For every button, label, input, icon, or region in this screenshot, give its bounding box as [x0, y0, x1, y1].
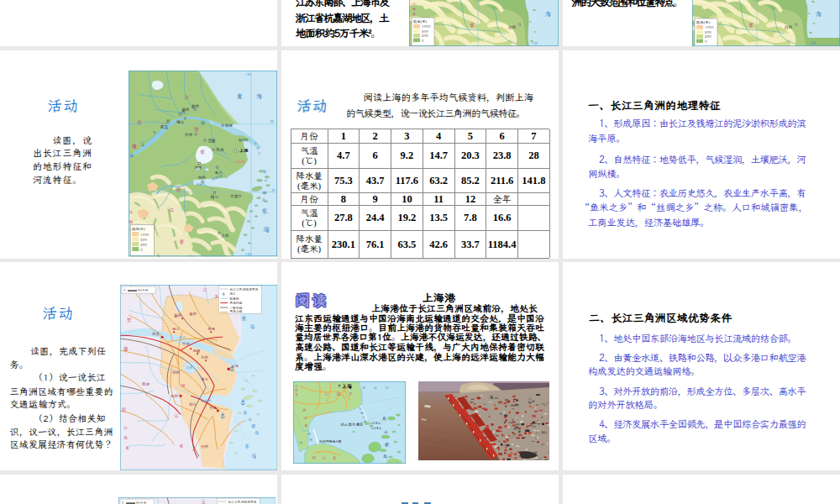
- svg-text:50千米: 50千米: [136, 501, 147, 504]
- svg-text:无锡: 无锡: [207, 138, 216, 144]
- svg-text:42.6: 42.6: [429, 239, 448, 250]
- svg-text:省: 省: [470, 22, 475, 29]
- svg-text:24.4: 24.4: [366, 212, 386, 223]
- svg-text:浙: 浙: [176, 186, 181, 193]
- svg-text:西: 西: [123, 435, 128, 440]
- svg-text:南通: 南通: [207, 326, 215, 331]
- svg-text:江: 江: [123, 425, 128, 430]
- svg-text:镇江: 镇江: [172, 326, 180, 331]
- svg-text:扬州: 扬州: [181, 107, 190, 113]
- svg-text:东: 东: [244, 443, 249, 449]
- svg-text:10: 10: [402, 193, 412, 205]
- svg-text:500: 500: [140, 238, 147, 242]
- svg-text:陆高(米): 陆高(米): [132, 227, 145, 231]
- svg-text:全年: 全年: [493, 193, 512, 205]
- svg-text:20.3: 20.3: [461, 150, 480, 161]
- svg-text:4: 4: [436, 130, 442, 142]
- svg-text:常州: 常州: [182, 341, 190, 346]
- svg-text:浙: 浙: [302, 407, 307, 412]
- svg-text:杭: 杭: [307, 432, 311, 436]
- svg-text:苏州: 苏州: [201, 354, 208, 360]
- svg-text:群: 群: [385, 442, 389, 447]
- svg-text:杭州: 杭州: [198, 175, 207, 180]
- svg-text:长 江 口: 长 江 口: [362, 385, 392, 390]
- svg-text:江: 江: [303, 415, 307, 420]
- svg-text:122: 122: [245, 72, 252, 76]
- svg-text:8: 8: [341, 193, 346, 205]
- svg-text:江: 江: [256, 146, 260, 150]
- svg-text:19.2: 19.2: [397, 212, 416, 223]
- svg-text:32: 32: [270, 119, 274, 123]
- svg-text:江: 江: [174, 412, 179, 419]
- svg-text:省: 省: [748, 22, 753, 29]
- svg-text:岛: 岛: [255, 430, 259, 436]
- svg-text:杭州湾跨海大桥: 杭州湾跨海大桥: [319, 439, 342, 444]
- svg-text:海: 海: [251, 453, 256, 459]
- svg-text:岛: 岛: [383, 454, 387, 459]
- svg-text:舟: 舟: [243, 410, 247, 415]
- svg-text:上 海 市: 上 海 市: [324, 391, 356, 396]
- svg-text:钱塘江: 钱塘江: [196, 182, 206, 186]
- svg-text:崇明岛: 崇明岛: [239, 138, 249, 142]
- svg-text:省: 省: [304, 423, 308, 428]
- svg-text:长江: 长江: [179, 335, 186, 339]
- svg-text:陆高(米): 陆高(米): [413, 18, 428, 23]
- svg-text:台州: 台州: [785, 24, 793, 29]
- svg-text:(毫米): (毫米): [297, 180, 321, 192]
- svg-text:台州: 台州: [508, 24, 517, 29]
- svg-text:杭州: 杭州: [171, 393, 178, 398]
- svg-text:山: 山: [384, 429, 388, 434]
- svg-text:6: 6: [500, 130, 505, 142]
- svg-text:河: 河: [177, 112, 181, 117]
- svg-text:11: 11: [433, 193, 444, 205]
- svg-text:75.3: 75.3: [334, 175, 353, 186]
- svg-text:30: 30: [271, 188, 276, 192]
- svg-text:省: 省: [412, 12, 416, 16]
- svg-text:江: 江: [202, 286, 207, 293]
- svg-text:117.6: 117.6: [396, 175, 418, 186]
- svg-text:黄: 黄: [237, 92, 243, 100]
- svg-text:芜湖: 芜湖: [142, 381, 150, 386]
- svg-text:高速公路: 高速公路: [229, 309, 242, 313]
- svg-text:海: 海: [249, 323, 255, 330]
- svg-text:台州: 台州: [201, 444, 208, 449]
- svg-text:9.2: 9.2: [401, 150, 414, 161]
- svg-text:湖州: 湖州: [172, 370, 180, 375]
- svg-text:段: 段: [201, 120, 205, 125]
- svg-text:高速铁路: 高速铁路: [229, 301, 242, 305]
- svg-text:安: 安: [127, 317, 132, 323]
- svg-text:扬州: 扬州: [174, 312, 181, 318]
- svg-text:游: 游: [165, 118, 170, 124]
- svg-text:江: 江: [184, 94, 189, 101]
- svg-text:长江三角洲区域界线: 长江三角洲区域界线: [228, 500, 256, 504]
- svg-text:o小洋山: o小洋山: [370, 421, 381, 425]
- svg-text:2: 2: [373, 130, 378, 142]
- svg-text:南通: 南通: [225, 123, 234, 128]
- svg-text:长: 长: [254, 141, 257, 145]
- svg-text:海: 海: [816, 10, 822, 18]
- svg-text:泰州: 泰州: [192, 103, 200, 109]
- svg-text:上海: 上海: [231, 363, 239, 368]
- svg-text:13.5: 13.5: [429, 212, 448, 223]
- svg-text:月份: 月份: [300, 130, 318, 142]
- svg-text:群: 群: [263, 190, 267, 195]
- svg-text:1184.4: 1184.4: [488, 239, 517, 250]
- svg-text:12: 12: [465, 193, 476, 205]
- svg-text:常州: 常州: [185, 132, 193, 137]
- svg-text:湖州: 湖州: [194, 165, 202, 170]
- svg-text:绍兴: 绍兴: [210, 194, 219, 199]
- svg-text:航海线: 航海线: [229, 297, 239, 301]
- svg-text:太湖: 太湖: [186, 365, 192, 370]
- svg-text:海: 海: [256, 92, 262, 100]
- svg-text:南京: 南京: [160, 124, 169, 129]
- svg-text:76.1: 76.1: [366, 239, 385, 250]
- svg-text:浙 江 省: 浙 江 省: [312, 455, 339, 460]
- svg-text:浙: 浙: [181, 382, 186, 389]
- svg-text:江: 江: [140, 142, 144, 147]
- svg-text:4.7: 4.7: [337, 150, 350, 161]
- svg-text:江: 江: [412, 2, 416, 6]
- svg-text:0: 0: [422, 37, 424, 42]
- svg-text:(℃): (℃): [302, 217, 317, 228]
- svg-text:洋山深水港区: 洋山深水港区: [340, 422, 364, 427]
- svg-text:85.2: 85.2: [461, 175, 480, 186]
